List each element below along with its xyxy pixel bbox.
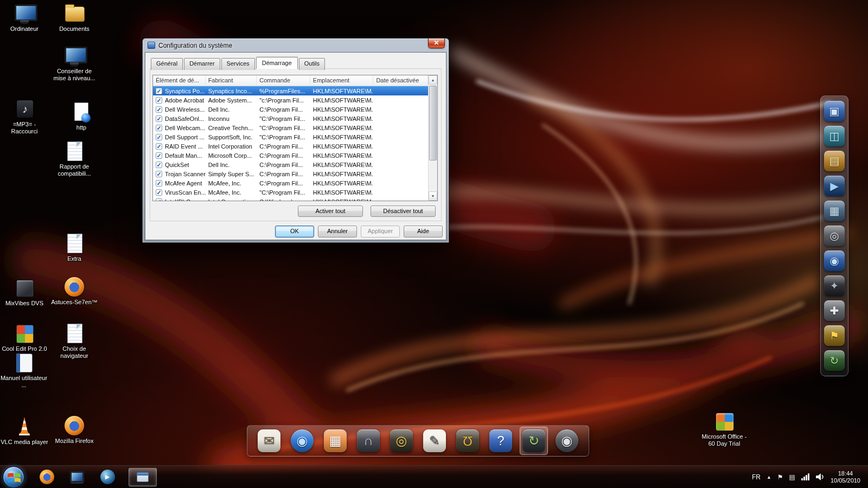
folders-icon[interactable]: ▤: [824, 151, 845, 171]
startup-item-checkbox[interactable]: ✓: [156, 189, 162, 196]
startup-item-row[interactable]: ✓Dell Webcam...Creative Techn..."C:\Prog…: [153, 123, 428, 132]
startup-item-checkbox[interactable]: ✓: [156, 125, 162, 131]
mail-icon[interactable]: ✉: [258, 429, 280, 452]
tray-device-icon[interactable]: ▤: [789, 473, 795, 481]
desktop-icon-cooledit[interactable]: Cool Edit Pro 2.0: [1, 323, 48, 352]
startup-item-row[interactable]: ✓Adobe AcrobatAdobe System..."c:\Program…: [153, 95, 428, 105]
column-header-emplacement[interactable]: Emplacement: [310, 75, 374, 86]
tab-demarrage[interactable]: Démarrage: [256, 57, 298, 69]
startup-item-row[interactable]: ✓Dell Wireless...Dell Inc.C:\Program Fil…: [153, 105, 428, 114]
tab-outils[interactable]: Outils: [299, 58, 325, 70]
volume-icon[interactable]: [815, 473, 825, 481]
scrollbar-thumb[interactable]: [429, 86, 437, 160]
startup-item-row[interactable]: ✓QuickSetDell Inc.C:\Program Fil...HKLM\…: [153, 160, 428, 169]
ok-button[interactable]: OK: [275, 226, 314, 237]
startup-item-maker: Creative Techn...: [206, 125, 257, 131]
desktop-icon-choix-navigateur[interactable]: Choix de navigateur: [50, 323, 98, 359]
desktop-icon-firefox[interactable]: Mozilla Firefox: [50, 415, 98, 445]
desktop-icon-astuces[interactable]: Astuces-Se7en™: [50, 277, 98, 306]
blue-sphere-icon[interactable]: ◉: [824, 251, 845, 271]
notes-icon[interactable]: ✎: [423, 429, 446, 452]
desktop-icon-ordinateur[interactable]: Ordinateur: [1, 3, 48, 33]
startup-item-checkbox[interactable]: ✓: [156, 171, 162, 177]
show-hidden-icons[interactable]: ▲: [767, 474, 771, 480]
startup-item-checkbox[interactable]: ✓: [156, 106, 162, 113]
display-icon[interactable]: ◫: [824, 126, 845, 146]
startup-item-row[interactable]: ✓VirusScan En...McAfee, Inc."C:\Program …: [153, 188, 428, 197]
apply-button[interactable]: Appliquer: [361, 226, 400, 237]
desktop-icon-conseiller[interactable]: Conseiller de mise à niveau...: [50, 46, 98, 82]
desktop-icon-http[interactable]: http: [58, 102, 105, 131]
help-icon[interactable]: ?: [489, 429, 512, 452]
close-button[interactable]: ✕: [428, 38, 445, 48]
tools-icon[interactable]: ✚: [824, 300, 845, 321]
scroll-up-icon[interactable]: ▲: [429, 75, 437, 85]
scroll-down-icon[interactable]: ▼: [429, 191, 437, 201]
startup-item-row[interactable]: ✓McAfee AgentMcAfee, Inc.C:\Program Fil.…: [153, 178, 428, 188]
startup-item-checkbox[interactable]: ✓: [156, 198, 162, 201]
quicklaunch-media-player[interactable]: ▶: [99, 469, 116, 485]
startup-item-row[interactable]: ✓DataSafeOnl...Inconnu"C:\Program Fil...…: [153, 114, 428, 123]
startup-item-checkbox[interactable]: ✓: [156, 152, 162, 159]
tab-demarrer[interactable]: Démarrer: [184, 58, 220, 70]
compass-icon[interactable]: ◉: [556, 429, 578, 452]
startup-item-checkbox[interactable]: ✓: [156, 97, 162, 104]
dark-app-icon[interactable]: ✦: [824, 275, 845, 296]
startup-list[interactable]: Élément de dé... Fabricant Commande Empl…: [152, 75, 438, 201]
help-button[interactable]: Aide: [404, 226, 443, 237]
column-header-element[interactable]: Élément de dé...: [153, 75, 206, 86]
taskbar-clock[interactable]: 18:44 10/05/2010: [831, 470, 860, 484]
pictures-icon[interactable]: ▦: [324, 429, 347, 452]
column-header-commande[interactable]: Commande: [257, 75, 310, 86]
desktop-icon-mixvibes[interactable]: MixVibes DVS: [1, 278, 48, 307]
disable-all-button[interactable]: Désactiver tout: [371, 206, 436, 217]
computer-icon[interactable]: ▣: [824, 101, 845, 121]
startup-item-row[interactable]: ✓Dell Support ...SupportSoft, Inc."C:\Pr…: [153, 132, 428, 142]
desktop-icon-mp3[interactable]: =MP3= - Raccourci: [1, 99, 48, 135]
startup-item-checkbox[interactable]: ✓: [156, 88, 162, 94]
desktop-icon-manuel[interactable]: Manuel utilisateur ...: [0, 352, 48, 389]
screens-icon[interactable]: ▦: [824, 201, 845, 221]
cancel-button[interactable]: Annuler: [318, 226, 357, 237]
headphones-icon[interactable]: ∩: [357, 429, 380, 452]
startup-item-row[interactable]: ✓RAID Event ...Intel CorporationC:\Progr…: [153, 142, 428, 151]
startup-item-checkbox[interactable]: ✓: [156, 180, 162, 187]
startup-item-checkbox[interactable]: ✓: [156, 143, 162, 150]
desktop-icon-extra[interactable]: Extra: [50, 233, 98, 262]
vertical-scrollbar[interactable]: ▲ ▼: [428, 75, 437, 201]
startup-item-checkbox[interactable]: ✓: [156, 162, 162, 168]
globe-icon[interactable]: ◉: [291, 429, 314, 452]
column-header-fabricant[interactable]: Fabricant: [206, 75, 257, 86]
film-reel-icon[interactable]: ◎: [390, 429, 413, 452]
dialog-titlebar[interactable]: Configuration du système ✕: [143, 38, 449, 52]
startup-item-checkbox[interactable]: ✓: [156, 134, 162, 140]
quicklaunch-firefox[interactable]: [39, 469, 55, 485]
disc-drive-icon[interactable]: ◎: [824, 226, 845, 246]
network-icon[interactable]: [801, 473, 809, 480]
column-header-date[interactable]: Date désactivée: [373, 75, 428, 86]
quicklaunch-display-app[interactable]: [69, 469, 85, 485]
desktop-icon-office-trial[interactable]: Microsoft Office - 60 Day Trial: [700, 411, 748, 447]
startup-item-row[interactable]: ✓Trojan ScannerSimply Super S...C:\Progr…: [153, 169, 428, 178]
startup-item-row[interactable]: ✓Synaptics Po...Synaptics Inco...%Progra…: [153, 86, 428, 95]
action-center-flag-icon[interactable]: ⚑: [777, 473, 783, 481]
clock-date: 10/05/2010: [831, 477, 860, 484]
lock-icon[interactable]: Ω: [456, 429, 479, 452]
desktop-icon-documents[interactable]: Documents: [50, 3, 98, 33]
desktop-icon-rapport[interactable]: Rapport de compatibili...: [50, 141, 98, 177]
language-indicator[interactable]: FR: [752, 473, 761, 481]
tab-services[interactable]: Services: [221, 58, 255, 70]
enable-all-button[interactable]: Activer tout: [298, 206, 363, 217]
desktop-icon-vlc[interactable]: VLC media player: [1, 416, 48, 446]
tab-general[interactable]: Général: [151, 58, 183, 70]
startup-item-row[interactable]: ✓Intel(R) Com...Intel CorporationC:\Wind…: [153, 197, 428, 201]
flag-app-icon[interactable]: ⚑: [824, 325, 845, 346]
audio-editor-icon: [13, 323, 36, 344]
recycle-icon[interactable]: ↻: [824, 350, 845, 371]
startup-item-checkbox[interactable]: ✓: [156, 115, 162, 122]
start-button[interactable]: [3, 466, 24, 488]
media-player-icon[interactable]: ▶: [824, 176, 845, 196]
taskbar-msconfig-button[interactable]: [129, 468, 157, 486]
startup-item-row[interactable]: ✓Default Man...Microsoft Corp...C:\Progr…: [153, 151, 428, 160]
recycle-bin-icon[interactable]: ↻: [522, 429, 545, 452]
